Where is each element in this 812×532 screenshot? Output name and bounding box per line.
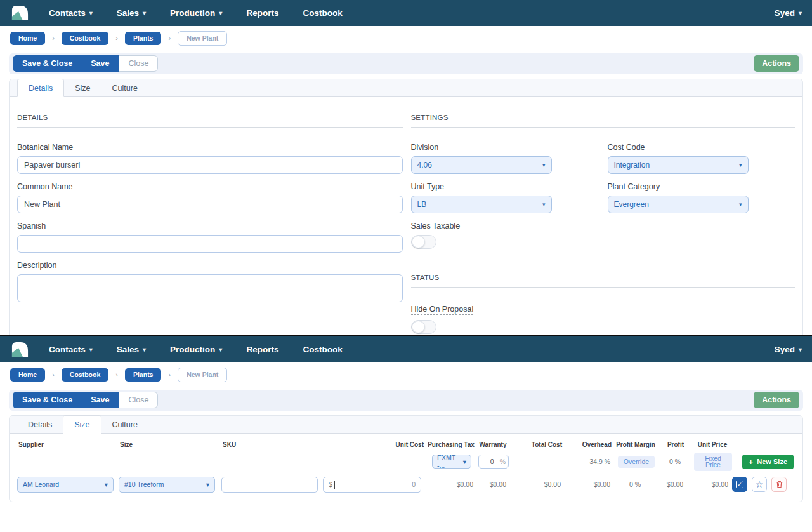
row-checkbox[interactable]: ✓ xyxy=(732,477,747,492)
nav-item-costbook[interactable]: Costbook xyxy=(303,8,342,18)
nav-item-contacts[interactable]: Contacts▾ xyxy=(49,345,93,354)
unit-type-select[interactable]: LB▾ xyxy=(411,196,552,213)
caret-down-icon: ▾ xyxy=(219,10,222,17)
botanical-name-input[interactable] xyxy=(17,156,403,174)
breadcrumb-costbook[interactable]: Costbook xyxy=(62,368,108,382)
tab-details[interactable]: Details xyxy=(17,79,64,97)
tab-culture[interactable]: Culture xyxy=(102,79,148,96)
save-button-group: Save & Close Save Close xyxy=(13,55,158,72)
nav-item-costbook[interactable]: Costbook xyxy=(303,345,342,354)
cost-code-select[interactable]: Integration▾ xyxy=(608,156,749,174)
nav-item-reports[interactable]: Reports xyxy=(246,345,278,354)
nav-item-reports[interactable]: Reports xyxy=(246,8,278,18)
size-table-header: Supplier Size SKU Unit Cost Purchasing T… xyxy=(17,440,795,449)
save-and-close-button[interactable]: Save & Close xyxy=(13,392,81,408)
fixed-price-chip[interactable]: Fixed Price xyxy=(694,453,732,471)
save-and-close-button[interactable]: Save & Close xyxy=(13,55,81,72)
caret-down-icon: ▾ xyxy=(463,458,466,465)
save-button[interactable]: Save xyxy=(81,392,119,408)
division-select[interactable]: 4.06▾ xyxy=(411,156,552,174)
favorite-button[interactable]: ☆ xyxy=(752,477,767,492)
col-size: Size xyxy=(119,440,221,449)
override-chip[interactable]: Override xyxy=(618,456,655,468)
nav-item-production[interactable]: Production▾ xyxy=(170,345,222,354)
checkbox-icon: ✓ xyxy=(736,481,743,488)
caret-down-icon: ▾ xyxy=(219,346,222,353)
plus-icon: + xyxy=(749,458,754,466)
hide-on-proposal-toggle[interactable] xyxy=(411,320,436,334)
caret-down-icon: ▾ xyxy=(799,10,802,17)
user-menu[interactable]: Syed▾ xyxy=(775,8,802,18)
user-menu[interactable]: Syed▾ xyxy=(775,345,802,354)
warranty-percent-input[interactable]: 0 % xyxy=(478,455,509,469)
unit-cost-input[interactable]: $ 0 xyxy=(323,477,421,493)
col-total-cost: Total Cost xyxy=(510,440,565,449)
nav-item-production[interactable]: Production▾ xyxy=(170,8,222,18)
breadcrumb-plants[interactable]: Plants xyxy=(125,32,162,45)
breadcrumb: Home › Costbook › Plants › New Plant xyxy=(0,26,812,52)
caret-down-icon: ▾ xyxy=(739,201,742,208)
profit-margin-value: 0 % xyxy=(614,479,658,489)
app-logo-icon[interactable] xyxy=(10,340,30,359)
common-name-input[interactable] xyxy=(17,196,403,213)
nav-item-sales[interactable]: Sales▾ xyxy=(117,345,146,354)
col-profit-margin: Profit Margin xyxy=(614,440,658,449)
dollar-prefix: $ xyxy=(329,481,332,488)
close-button[interactable]: Close xyxy=(119,392,158,408)
unit-price-value: $0.00 xyxy=(694,479,732,489)
total-cost-value: $0.00 xyxy=(510,479,565,489)
section-header-status: STATUS xyxy=(411,274,796,288)
tab-details[interactable]: Details xyxy=(17,416,63,433)
size-table-controls: EXMT -...▾ 0 % 34.9 % Override 0 % Fixed… xyxy=(17,453,795,471)
size-table: Supplier Size SKU Unit Cost Purchasing T… xyxy=(10,434,802,502)
toggle-knob xyxy=(412,236,425,248)
new-size-button[interactable]: + New Size xyxy=(742,455,794,469)
breadcrumb: Home › Costbook › Plants › New Plant xyxy=(0,362,812,389)
description-textarea[interactable] xyxy=(17,274,403,302)
action-toolbar: Save & Close Save Close Actions xyxy=(9,390,803,411)
caret-down-icon: ▾ xyxy=(739,162,742,168)
tab-size[interactable]: Size xyxy=(63,415,101,434)
nav-item-contacts[interactable]: Contacts▾ xyxy=(49,8,93,18)
hide-on-proposal-label: Hide On Proposal xyxy=(411,305,474,315)
breadcrumb-costbook[interactable]: Costbook xyxy=(62,32,108,45)
col-unit-price: Unit Price xyxy=(694,440,732,449)
breadcrumb-home[interactable]: Home xyxy=(10,32,45,45)
unit-type-label: Unit Type xyxy=(411,182,552,191)
close-button[interactable]: Close xyxy=(119,55,158,72)
plant-category-label: Plant Category xyxy=(608,182,749,191)
breadcrumb-current: New Plant xyxy=(178,31,227,46)
top-navbar: Contacts▾ Sales▾ Production▾ Reports Cos… xyxy=(0,336,812,362)
delete-button[interactable] xyxy=(771,477,787,492)
nav-item-sales[interactable]: Sales▾ xyxy=(117,8,146,18)
actions-button[interactable]: Actions xyxy=(754,392,799,408)
chevron-right-icon: › xyxy=(52,34,55,42)
details-screen: Contacts▾ Sales▾ Production▾ Reports Cos… xyxy=(0,0,812,335)
star-icon: ☆ xyxy=(756,479,764,489)
details-form: DETAILS Botanical Name Common Name Spani… xyxy=(10,97,802,335)
breadcrumb-current: New Plant xyxy=(178,368,227,382)
profit-value: $0.00 xyxy=(658,479,694,489)
breadcrumb-home[interactable]: Home xyxy=(10,368,45,382)
size-select[interactable]: #10 Treeform▾ xyxy=(119,477,215,493)
sales-taxable-toggle[interactable] xyxy=(411,235,436,249)
spanish-input[interactable] xyxy=(17,235,403,253)
purchasing-tax-select[interactable]: EXMT -...▾ xyxy=(432,455,471,469)
plant-category-select[interactable]: Evergreen▾ xyxy=(608,196,749,213)
breadcrumb-plants[interactable]: Plants xyxy=(125,368,162,382)
tab-culture[interactable]: Culture xyxy=(102,416,148,433)
caret-down-icon: ▾ xyxy=(143,10,146,17)
overhead-percent: 34.9 % xyxy=(565,456,614,467)
app-logo-icon[interactable] xyxy=(10,4,30,22)
sku-input[interactable] xyxy=(221,477,318,493)
trash-icon xyxy=(776,481,783,488)
section-header-details: DETAILS xyxy=(17,114,403,128)
caret-down-icon: ▾ xyxy=(89,346,93,353)
tab-size[interactable]: Size xyxy=(64,79,101,96)
size-screen: Contacts▾ Sales▾ Production▾ Reports Cos… xyxy=(0,336,812,502)
actions-button[interactable]: Actions xyxy=(754,55,799,72)
supplier-select[interactable]: AM Leonard▾ xyxy=(17,477,114,493)
col-purchasing-tax: Purchasing Tax xyxy=(426,440,477,449)
tab-strip: Details Size Culture xyxy=(10,79,802,97)
save-button[interactable]: Save xyxy=(81,55,119,72)
